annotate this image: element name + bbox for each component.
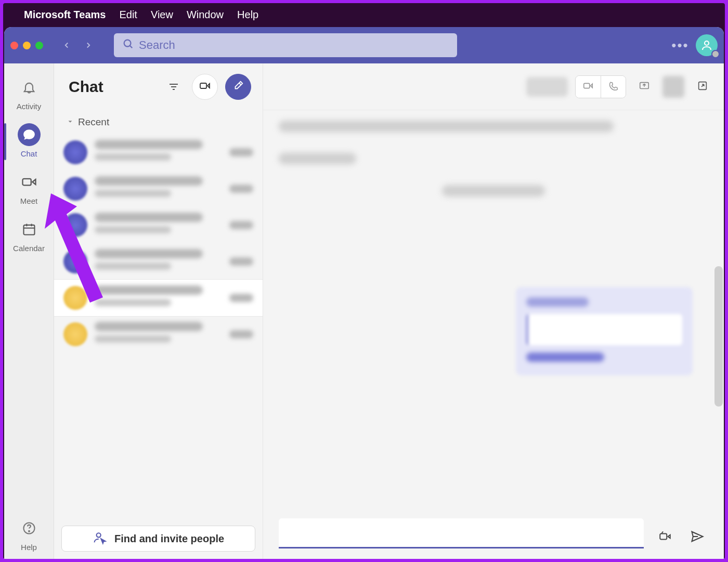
mac-menubar: Microsoft Teams Edit View Window Help: [3, 3, 725, 26]
popout-icon: [697, 80, 708, 94]
blurred-header-control: [662, 76, 684, 98]
nav-forward-button[interactable]: [80, 36, 97, 54]
chat-list-item[interactable]: [54, 243, 263, 280]
search-input[interactable]: [139, 38, 449, 52]
rail-item-activity[interactable]: Activity: [7, 71, 51, 118]
rail-label-meet: Meet: [20, 197, 37, 205]
blurred-sent-message: [516, 287, 693, 375]
chat-list-item[interactable]: [54, 316, 263, 352]
find-invite-people-button[interactable]: Find and invite people: [61, 526, 255, 552]
video-icon: [582, 80, 594, 94]
window-traffic-lights: [10, 42, 43, 49]
compose-icon: [232, 80, 244, 94]
help-icon: [18, 517, 41, 540]
chat-item-timestamp: [229, 330, 253, 338]
chat-item-timestamp: [229, 221, 253, 229]
chat-item-avatar: [63, 177, 87, 201]
share-screen-button[interactable]: [633, 76, 655, 98]
search-box[interactable]: [114, 33, 457, 57]
recent-section-toggle[interactable]: Recent: [54, 110, 263, 134]
messages-scrollbar[interactable]: [714, 266, 723, 407]
svg-rect-18: [660, 534, 667, 540]
rail-item-calendar[interactable]: Calendar: [7, 213, 51, 260]
send-button[interactable]: [686, 527, 708, 548]
teams-topbar: •••: [4, 27, 724, 63]
blurred-participant-name: [526, 77, 568, 97]
conversation-pane: [263, 63, 724, 559]
chat-list-pane: Chat: [54, 63, 263, 559]
presence-status-icon: [711, 50, 720, 58]
invite-label: Find and invite people: [114, 533, 224, 545]
chat-item-avatar: [63, 286, 87, 310]
chat-list-item[interactable]: [54, 280, 263, 316]
new-chat-button[interactable]: [225, 74, 251, 100]
recent-section-label: Recent: [78, 116, 109, 128]
svg-line-1: [130, 46, 132, 48]
chat-list-item[interactable]: [54, 207, 263, 243]
chat-list[interactable]: [54, 134, 263, 518]
video-call-button[interactable]: [576, 76, 601, 98]
chat-pane-title: Chat: [69, 78, 155, 96]
app-rail: Activity Chat Meet: [4, 63, 54, 559]
window-minimize-button[interactable]: [23, 42, 31, 49]
tutorial-frame: Microsoft Teams Edit View Window Help: [0, 0, 728, 562]
menubar-app-name[interactable]: Microsoft Teams: [24, 9, 106, 21]
video-icon: [199, 80, 211, 94]
calendar-icon: [18, 218, 41, 241]
svg-rect-13: [200, 83, 206, 88]
chat-item-timestamp: [229, 148, 253, 156]
chat-icon: [18, 123, 41, 146]
svg-point-14: [97, 533, 101, 537]
window-zoom-button[interactable]: [35, 42, 43, 49]
menubar-item-view[interactable]: View: [151, 9, 173, 21]
chat-item-avatar: [63, 213, 87, 237]
svg-rect-3: [22, 179, 31, 186]
rail-item-chat[interactable]: Chat: [7, 118, 51, 165]
rail-label-chat: Chat: [21, 149, 37, 158]
video-icon: [18, 171, 41, 193]
chat-list-header: Chat: [54, 63, 263, 110]
send-icon: [690, 529, 705, 546]
chat-item-text: [95, 322, 222, 347]
video-clip-button[interactable]: [654, 527, 676, 548]
chat-item-timestamp: [229, 294, 253, 302]
menubar-item-edit[interactable]: Edit: [119, 9, 137, 21]
meet-now-button[interactable]: [192, 74, 218, 100]
chat-item-text: [95, 285, 222, 310]
nav-back-button[interactable]: [58, 36, 75, 54]
menubar-item-help[interactable]: Help: [237, 9, 258, 21]
call-button-group: [575, 75, 626, 98]
video-clip-icon: [658, 530, 672, 545]
chat-list-item[interactable]: [54, 171, 263, 207]
conversation-header: [263, 63, 724, 110]
profile-avatar-button[interactable]: [696, 34, 718, 56]
invite-people-icon: [93, 530, 107, 547]
rail-item-help[interactable]: Help: [7, 512, 51, 559]
svg-rect-15: [584, 83, 590, 88]
chat-item-timestamp: [229, 185, 253, 193]
more-options-button[interactable]: •••: [670, 35, 691, 56]
conversation-messages[interactable]: [263, 110, 724, 502]
chat-item-text: [95, 213, 222, 238]
desktop-window: Microsoft Teams Edit View Window Help: [3, 3, 725, 559]
chat-list-item[interactable]: [54, 134, 263, 171]
teams-window: ••• Activity Chat: [4, 27, 724, 559]
message-input[interactable]: [279, 518, 644, 548]
rail-item-meet[interactable]: Meet: [7, 165, 51, 213]
filter-button[interactable]: [163, 76, 185, 98]
audio-call-button[interactable]: [601, 76, 626, 98]
teams-body: Activity Chat Meet: [4, 63, 724, 559]
svg-point-0: [124, 40, 131, 47]
chat-item-text: [95, 176, 222, 201]
bell-icon: [18, 76, 41, 99]
rail-label-activity: Activity: [17, 102, 42, 111]
menubar-item-window[interactable]: Window: [187, 9, 224, 21]
svg-rect-4: [23, 225, 34, 235]
window-close-button[interactable]: [10, 42, 18, 49]
chat-item-timestamp: [229, 257, 253, 266]
chevron-down-icon: [67, 116, 74, 128]
chat-item-avatar: [63, 322, 87, 346]
popout-button[interactable]: [692, 76, 713, 98]
share-screen-icon: [639, 80, 650, 94]
search-icon: [122, 38, 134, 53]
